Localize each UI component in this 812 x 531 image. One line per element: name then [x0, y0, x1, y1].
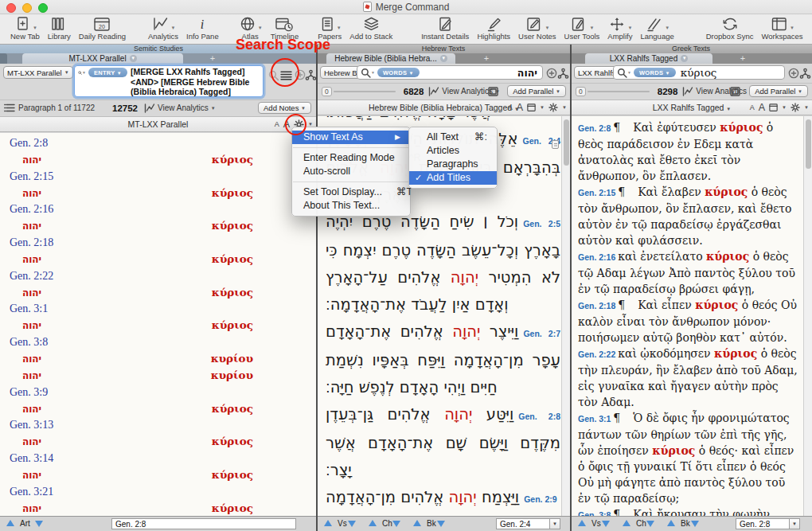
new-tab-plus-right[interactable]: +	[715, 53, 771, 64]
view-analytics-control[interactable]: View Analytics▼	[144, 103, 216, 113]
group-hebrew-texts[interactable]: Hebrew Texts	[317, 45, 570, 53]
vertical-scrollbar[interactable]	[803, 116, 812, 516]
prev-bk-button[interactable]	[413, 520, 421, 526]
toolbar-add-to-stack-button[interactable]: Add to Stack	[345, 15, 396, 41]
context-slider[interactable]: 0	[576, 87, 650, 96]
result-hit-row[interactable]: יהוהκυρίου	[0, 368, 316, 385]
next-article-button[interactable]	[35, 521, 43, 527]
result-ref-row[interactable]: Gen. 3:13	[0, 417, 316, 434]
toolbar-new-tab-button[interactable]: ▼New Tab	[6, 15, 44, 41]
tab-lxx-rahlfs[interactable]: LXX Rahlfs Tagged▼	[585, 53, 712, 64]
prev-vs-button[interactable]	[578, 520, 586, 526]
prev-ch-button[interactable]	[623, 520, 630, 526]
next-ch-button[interactable]	[646, 521, 654, 527]
tab-mt-lxx-parallel[interactable]: MT-LXX Parallel▼	[22, 53, 183, 64]
increase-font-button[interactable]: A	[517, 102, 523, 113]
vertical-scrollbar[interactable]	[561, 116, 570, 516]
menu-item-set-tool-display[interactable]: Set Tool Display...⌘T	[292, 185, 410, 199]
next-vs-button[interactable]	[348, 521, 356, 527]
result-hit-row[interactable]: יהוהκύριος	[0, 252, 316, 268]
result-ref-row[interactable]: Gen. 3:9	[0, 385, 316, 401]
scrollbar-thumb[interactable]	[564, 119, 569, 166]
result-hit-row[interactable]: יהוהκυρίου	[0, 351, 316, 368]
result-hit-row[interactable]: יהוהκύριος	[0, 434, 316, 451]
result-ref-row[interactable]: Gen. 3:1	[0, 301, 316, 318]
toolbar-library-button[interactable]: Library	[44, 15, 75, 41]
greek-text-pane[interactable]: Gen. 2:8 ¶Καὶ ἐφύτευσεν κύριος ὁ θεὸς πα…	[572, 116, 812, 516]
search-query-text[interactable]: יהוה	[517, 67, 539, 79]
search-query-text[interactable]: κύριος	[679, 66, 717, 79]
partial-tab[interactable]	[0, 53, 7, 64]
result-ref-row[interactable]: Gen. 3:8	[0, 334, 316, 351]
words-mode-pill[interactable]: WORDS ▼	[634, 68, 676, 77]
mt-lxx-results-list[interactable]: Gen. 2:8יהוהκύριοςGen. 2:15יהוהκύριοςGen…	[0, 133, 316, 516]
toolbar-help-button[interactable]: ?Help	[807, 15, 812, 41]
decrease-font-button[interactable]: A	[508, 103, 513, 111]
search-icon[interactable]	[617, 68, 627, 78]
display-settings-icon[interactable]	[730, 87, 740, 96]
toolbar-amplify-button[interactable]: ▼Amplify	[603, 15, 636, 41]
view-analytics-control[interactable]: View Analytics▼	[682, 87, 754, 96]
display-settings-icon[interactable]	[488, 87, 498, 96]
add-plus-icon[interactable]	[546, 68, 557, 79]
tab-menu-icon[interactable]: ▼	[681, 55, 688, 62]
menu-item-paragraphs[interactable]: Paragraphs	[409, 158, 497, 171]
tab-menu-icon[interactable]: ▼	[440, 55, 447, 62]
toolbar-user-tools-button[interactable]: ▼User Tools	[560, 15, 604, 41]
prev-ch-button[interactable]	[369, 520, 377, 526]
goto-dropdown-button[interactable]: ▼	[790, 518, 800, 529]
goto-dropdown-button[interactable]: ▼	[550, 518, 560, 529]
menu-item-enter-reading-mode[interactable]: Enter Reading Mode^R	[292, 151, 410, 165]
result-hit-row[interactable]: יהוהκύριος	[0, 318, 316, 334]
toolbar-instant-details-button[interactable]: Instant Details	[417, 15, 473, 41]
result-ref-row[interactable]: Gen. 3:21	[0, 484, 316, 501]
toolbar-workspaces-button[interactable]: ▼Workspaces	[757, 15, 806, 41]
result-hit-row[interactable]: יהוהκύριος	[0, 152, 316, 169]
menu-item-show-text-as[interactable]: Show Text As▶	[292, 131, 410, 144]
result-ref-row[interactable]: Gen. 3:14	[0, 451, 316, 467]
group-greek-texts[interactable]: Greek Texts	[570, 45, 812, 53]
next-vs-button[interactable]	[602, 521, 610, 527]
add-parallel-tree-icon[interactable]	[305, 69, 317, 81]
result-ref-row[interactable]: Gen. 2:22	[0, 268, 316, 285]
module-select-button[interactable]: MT-LXX Parallel▼	[3, 66, 73, 79]
goto-reference-input[interactable]: Gen. 2:4	[496, 518, 550, 529]
search-words-field[interactable]: ▼ WORDS ▼ יהוה	[357, 65, 543, 80]
words-mode-pill[interactable]: WORDS ▼	[377, 68, 420, 77]
result-ref-row[interactable]: Gen. 2:16	[0, 201, 316, 218]
search-query-text[interactable]: [MERGE LXX Rahlfs Tagged] <AND> [MERGE H…	[131, 67, 260, 97]
tab-menu-icon[interactable]: ▼	[130, 55, 137, 62]
add-parallel-tree-icon[interactable]	[799, 68, 811, 80]
decrease-font-button[interactable]: A	[275, 120, 279, 128]
decrease-font-button[interactable]: A	[750, 103, 755, 111]
gear-icon[interactable]	[548, 103, 558, 112]
result-ref-row[interactable]: Gen. 2:8	[0, 135, 316, 152]
add-parallel-tree-icon[interactable]	[557, 68, 569, 80]
toolbar-user-notes-button[interactable]: ▼User Notes	[514, 15, 560, 41]
scrollbar-thumb[interactable]	[806, 119, 811, 169]
display-settings-icon[interactable]	[527, 103, 536, 112]
prev-article-button[interactable]	[6, 520, 14, 526]
menu-item-add-titles[interactable]: ✓Add Titles	[409, 171, 497, 185]
toolbar-daily-reading-button[interactable]: 20Daily Reading	[75, 15, 130, 41]
context-slider[interactable]: 0	[322, 87, 396, 96]
result-hit-row[interactable]: יהוהκύριος	[0, 218, 316, 235]
pane-title[interactable]: LXX Rahlfs Tagged ▼	[653, 103, 732, 112]
display-settings-icon[interactable]	[769, 103, 778, 112]
toolbar-dropbox-sync-button[interactable]: Dropbox Sync	[702, 15, 758, 41]
toolbar-highlights-button[interactable]: Highlights	[473, 15, 514, 41]
result-ref-row[interactable]: Gen. 2:15	[0, 169, 316, 185]
tab-hebrew-bible[interactable]: Hebrew Bible (Biblia Hebra...▼	[326, 53, 455, 64]
search-words-field[interactable]: ▼ WORDS ▼ κύριος	[613, 65, 785, 80]
result-ref-row[interactable]: Gen. 2:18	[0, 235, 316, 252]
search-entry-field[interactable]: ▼ ENTRY ▼ [MERGE LXX Rahlfs Tagged] <AND…	[74, 65, 264, 97]
menu-item-about-this-text[interactable]: About This Text...	[292, 199, 410, 213]
result-hit-row[interactable]: יהוהκύριος	[0, 467, 316, 484]
menu-item-all-text[interactable]: All Text⌘:	[409, 131, 497, 144]
note-marker-icon[interactable]	[552, 140, 559, 149]
entry-mode-pill[interactable]: ENTRY ▼	[88, 68, 127, 77]
result-hit-row[interactable]: יהוהκύριος	[0, 501, 316, 516]
add-notes-button[interactable]: Add Notes ▼	[258, 102, 311, 114]
add-parallel-button[interactable]: Add Parallel ▼	[507, 85, 566, 97]
new-tab-plus-middle[interactable]: +	[459, 53, 514, 64]
